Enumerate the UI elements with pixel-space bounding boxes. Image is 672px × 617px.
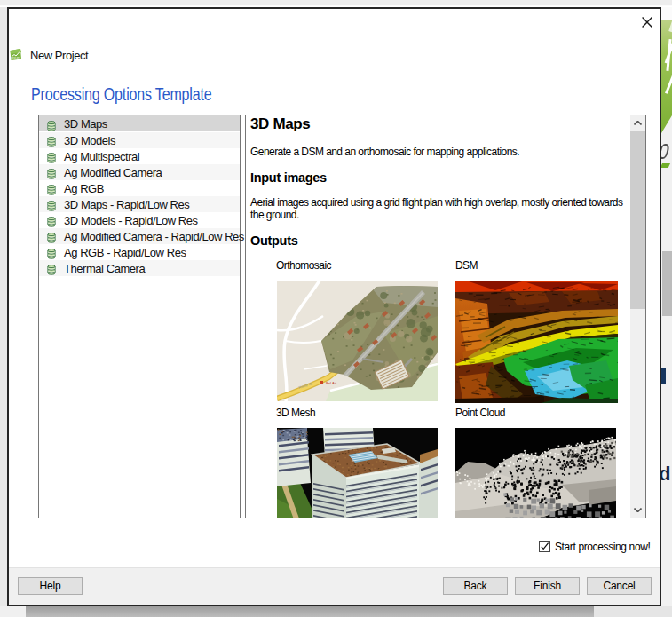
svg-text:PIX4D: PIX4D — [12, 57, 21, 60]
svg-text:Bel-Air: Bel-Air — [326, 381, 337, 385]
